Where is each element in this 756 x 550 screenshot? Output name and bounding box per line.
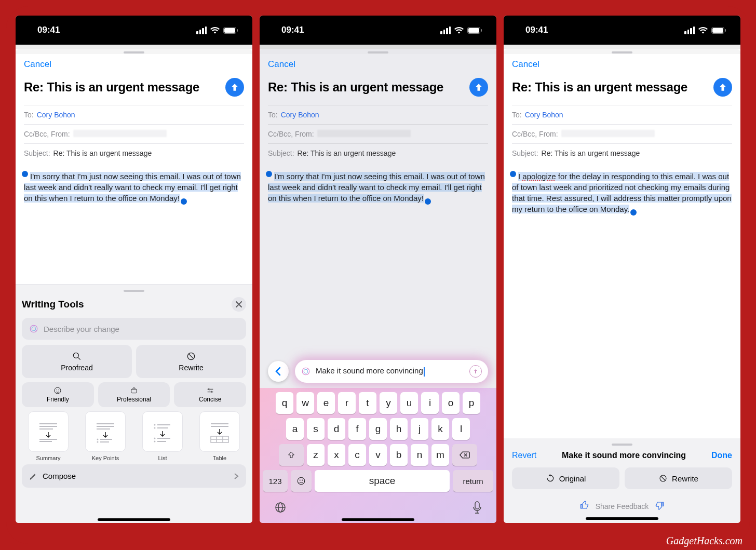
to-field[interactable]: To:Cory Bohon <box>268 105 488 124</box>
shift-key[interactable] <box>279 444 304 466</box>
body-selection[interactable]: I'm sorry that I'm just now seeing this … <box>268 172 485 203</box>
backspace-key[interactable] <box>452 444 477 466</box>
key-n[interactable]: n <box>411 444 428 466</box>
subject-field[interactable]: Subject:Re: This is an urgent message <box>268 143 488 163</box>
numbers-key[interactable]: 123 <box>263 470 288 492</box>
table-button[interactable]: Table <box>194 411 245 461</box>
mic-icon <box>473 501 482 514</box>
prompt-input[interactable]: Make it sound more convincing <box>295 360 488 383</box>
writing-tools-title: Writing Tools <box>22 299 84 310</box>
key-o[interactable]: o <box>442 392 460 414</box>
selection-handle-start[interactable] <box>510 171 516 177</box>
cancel-button[interactable]: Cancel <box>268 59 295 70</box>
panel-grabber[interactable] <box>124 290 144 292</box>
key-e[interactable]: e <box>317 392 335 414</box>
done-button[interactable]: Done <box>711 451 732 460</box>
to-value[interactable]: Cory Bohon <box>37 111 75 119</box>
selection-handle-end[interactable] <box>181 198 187 205</box>
key-t[interactable]: t <box>359 392 376 414</box>
key-i[interactable]: i <box>421 392 439 414</box>
subject-value: Re: This is an urgent message <box>53 149 152 157</box>
home-indicator[interactable] <box>98 518 170 521</box>
sheet-grabber[interactable] <box>260 49 496 54</box>
thumbs-down-button[interactable] <box>655 501 664 512</box>
status-bar: 09:41 <box>16 16 252 45</box>
key-l[interactable]: l <box>452 418 470 440</box>
sheet-grabber[interactable] <box>16 49 252 54</box>
key-q[interactable]: q <box>276 392 293 414</box>
key-w[interactable]: w <box>296 392 314 414</box>
emoji-key[interactable] <box>291 470 312 492</box>
compose-button[interactable]: Compose <box>22 464 246 488</box>
sheet-grabber[interactable] <box>504 49 740 54</box>
email-body[interactable]: I'm sorry that I'm just now seeing this … <box>24 171 244 204</box>
selection-handle-end[interactable] <box>425 198 431 205</box>
describe-change-input[interactable]: Describe your change <box>22 318 246 340</box>
home-indicator[interactable] <box>586 517 658 520</box>
home-indicator[interactable] <box>342 518 414 521</box>
key-k[interactable]: k <box>431 418 449 440</box>
concise-button[interactable]: Concise <box>174 382 246 407</box>
key-x[interactable]: x <box>328 444 345 466</box>
selection-handle-end[interactable] <box>630 209 637 216</box>
summary-button[interactable]: Summary <box>23 411 74 461</box>
ccbcc-field[interactable]: Cc/Bcc, From: <box>512 124 732 143</box>
rewrite-again-button[interactable]: Rewrite <box>625 467 732 489</box>
key-m[interactable]: m <box>431 444 449 466</box>
send-button[interactable] <box>469 78 488 97</box>
key-p[interactable]: p <box>463 392 480 414</box>
to-field[interactable]: To: Cory Bohon <box>24 105 244 124</box>
screenshot-2: 09:41 Cancel Re: This is an urgent messa… <box>260 16 496 523</box>
key-z[interactable]: z <box>307 444 325 466</box>
key-a[interactable]: a <box>286 418 304 440</box>
send-button[interactable] <box>713 78 732 97</box>
original-button[interactable]: Original <box>512 467 619 489</box>
svg-rect-43 <box>481 29 482 32</box>
key-j[interactable]: j <box>411 418 428 440</box>
rewrite-button[interactable]: Rewrite <box>136 345 246 378</box>
key-c[interactable]: c <box>348 444 366 466</box>
key-r[interactable]: r <box>338 392 356 414</box>
subject-field[interactable]: Subject: Re: This is an urgent message <box>24 143 244 163</box>
thumbs-up-button[interactable] <box>580 501 589 512</box>
ccbcc-field[interactable]: Cc/Bcc, From: <box>24 124 244 143</box>
globe-key[interactable] <box>274 501 287 516</box>
key-y[interactable]: y <box>380 392 397 414</box>
ccbcc-field[interactable]: Cc/Bcc, From: <box>268 124 488 143</box>
selection-handle-start[interactable] <box>266 171 272 177</box>
to-field[interactable]: To:Cory Bohon <box>512 105 732 124</box>
spelling-underline[interactable]: apologize <box>522 172 556 181</box>
key-g[interactable]: g <box>369 418 387 440</box>
proofread-button[interactable]: Proofread <box>22 345 132 378</box>
email-body[interactable]: I apologize for the delay in responding … <box>512 171 732 214</box>
return-key[interactable]: return <box>453 470 493 492</box>
keypoints-button[interactable]: Key Points <box>80 411 131 461</box>
key-d[interactable]: d <box>328 418 345 440</box>
panel-grabber[interactable] <box>612 444 632 446</box>
revert-button[interactable]: Revert <box>512 451 536 460</box>
key-f[interactable]: f <box>348 418 366 440</box>
subject-field[interactable]: Subject:Re: This is an urgent message <box>512 143 732 163</box>
key-u[interactable]: u <box>400 392 418 414</box>
cancel-button[interactable]: Cancel <box>512 59 539 70</box>
list-button[interactable]: List <box>137 411 188 461</box>
close-button[interactable] <box>232 297 246 312</box>
back-button[interactable] <box>268 361 289 382</box>
dictation-key[interactable] <box>473 501 482 516</box>
space-key[interactable]: space <box>315 470 450 492</box>
key-h[interactable]: h <box>390 418 408 440</box>
wifi-icon <box>454 26 464 34</box>
key-s[interactable]: s <box>307 418 325 440</box>
email-body[interactable]: I'm sorry that I'm just now seeing this … <box>268 171 488 204</box>
feedback-label[interactable]: Share Feedback <box>596 502 649 511</box>
body-selection[interactable]: I'm sorry that I'm just now seeing this … <box>24 172 241 203</box>
send-button[interactable] <box>225 78 244 97</box>
key-b[interactable]: b <box>390 444 408 466</box>
key-v[interactable]: v <box>369 444 387 466</box>
selection-handle-start[interactable] <box>22 171 28 177</box>
cancel-button[interactable]: Cancel <box>24 59 51 70</box>
professional-button[interactable]: Professional <box>98 382 170 407</box>
friendly-button[interactable]: Friendly <box>22 382 94 407</box>
body-selection[interactable]: I apologize for the delay in responding … <box>512 172 732 213</box>
submit-prompt-button[interactable] <box>469 365 482 378</box>
